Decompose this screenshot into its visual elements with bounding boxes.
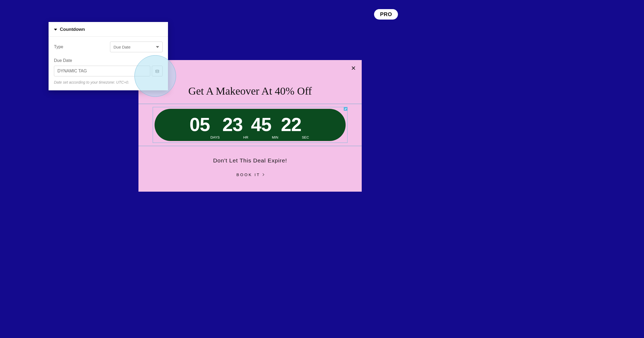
dynamic-tag-value: DYNAMIC TAG — [57, 69, 87, 73]
database-icon — [155, 70, 159, 73]
due-date-label: Due Date — [54, 58, 163, 63]
countdown-seconds-label: SEC — [302, 135, 309, 139]
selected-section: 05 DAYS 23 HR 45 MIN 22 SEC — [138, 104, 362, 146]
close-icon[interactable]: ✕ — [351, 65, 356, 71]
countdown-minutes-label: MIN — [272, 135, 278, 139]
countdown-days-label: DAYS — [210, 135, 219, 139]
caret-down-icon — [54, 29, 57, 31]
countdown-widget-frame[interactable]: 05 DAYS 23 HR 45 MIN 22 SEC — [153, 107, 347, 143]
edit-handle-icon[interactable] — [344, 107, 347, 111]
popup-subtitle: Don't Let This Deal Expire! — [138, 157, 362, 164]
book-it-button[interactable]: BOOK IT — [138, 172, 362, 177]
countdown-settings-panel: Countdown Type Due Date Due Date DYNAMIC… — [49, 22, 168, 90]
countdown-pill: 05 DAYS 23 HR 45 MIN 22 SEC — [155, 109, 346, 141]
type-select[interactable]: Due Date — [110, 42, 163, 52]
countdown-seconds: 22 — [281, 115, 301, 134]
popup-title: Get A Makeover At 40% Off — [138, 85, 362, 97]
popup-preview: ✕ Get A Makeover At 40% Off 05 DAYS 23 H… — [138, 60, 362, 192]
countdown-days: 05 — [189, 115, 210, 134]
type-label: Type — [54, 44, 63, 49]
due-date-input[interactable]: DYNAMIC TAG — [54, 66, 150, 76]
countdown-hours: 23 — [222, 115, 243, 134]
chevron-down-icon — [156, 46, 159, 48]
countdown-minutes: 45 — [251, 115, 271, 134]
dynamic-tag-button[interactable] — [152, 66, 163, 76]
panel-header[interactable]: Countdown — [49, 22, 168, 37]
pro-badge: PRO — [374, 9, 398, 20]
countdown-hours-label: HR — [243, 135, 248, 139]
book-it-label: BOOK IT — [236, 172, 260, 177]
type-select-value: Due Date — [114, 45, 130, 49]
chevron-right-icon — [261, 173, 264, 176]
timezone-helper: Date set according to your timezone: UTC… — [54, 80, 163, 84]
panel-title: Countdown — [60, 27, 85, 32]
